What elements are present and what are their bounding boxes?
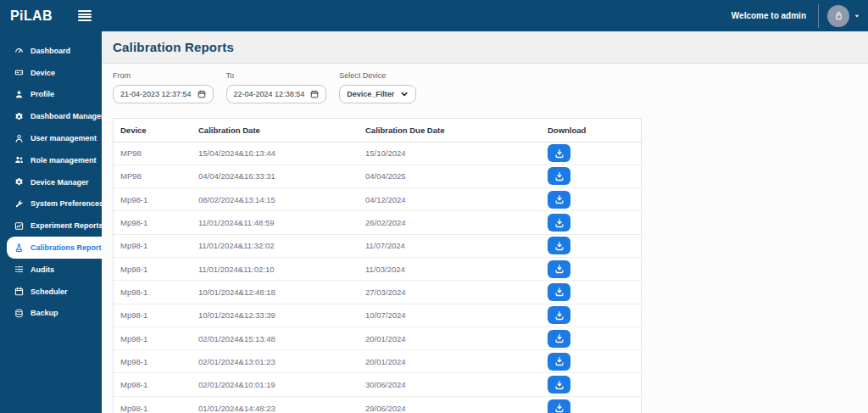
- download-button[interactable]: [548, 167, 570, 185]
- gear-icon: [14, 177, 24, 187]
- device-filter-select[interactable]: Device_Filter: [339, 85, 416, 103]
- calibration-date-cell: 10/01/2024&12:33:39: [198, 304, 365, 326]
- column-header-calibration-date: Calibration Date: [198, 119, 365, 142]
- hamburger-icon[interactable]: [78, 10, 92, 21]
- table-row: Mp98-1 08/02/2024&13:14:15 04/12/2024: [114, 188, 643, 211]
- table-row: Mp98-1 02/01/2024&10:01:19 30/06/2024: [114, 373, 643, 396]
- sidebar-item-role-management[interactable]: Role management: [0, 149, 102, 171]
- calibration-due-date-cell: 20/01/2024: [365, 326, 548, 349]
- sidebar-item-label: Experiment Reports: [31, 221, 103, 230]
- download-button[interactable]: [548, 376, 570, 393]
- sidebar-item-audits[interactable]: Audits: [0, 259, 102, 281]
- sidebar-item-scheduler[interactable]: Scheduler: [0, 281, 102, 303]
- table-row: MP98 04/04/2024&16:33:31 04/04/2025: [114, 165, 643, 187]
- calibration-date-cell: 15/04/2024&16:13:44: [198, 142, 365, 165]
- device-filter-value: Device_Filter: [347, 90, 394, 98]
- download-icon: [554, 194, 565, 204]
- sidebar-item-label: Dashboard Manager: [31, 112, 104, 120]
- device-cell: Mp98-1: [114, 396, 198, 413]
- download-button[interactable]: [548, 237, 570, 254]
- sidebar-item-label: Device: [31, 69, 55, 77]
- calendar-icon: [14, 287, 24, 296]
- table-row: Mp98-1 01/01/2024&14:48:23 29/06/2024: [114, 396, 643, 413]
- sidebar-item-calibrations-report[interactable]: Calibrations Report: [7, 237, 102, 259]
- calibration-due-date-cell: 15/10/2024: [365, 142, 548, 165]
- main-content: Calibration Reports From 21-04-2023 12:3…: [102, 31, 868, 413]
- calendar-icon[interactable]: [310, 90, 319, 98]
- table-row: Mp98-1 10/01/2024&12:48:18 27/03/2024: [114, 281, 643, 304]
- calibration-date-cell: 04/04/2024&16:33:31: [198, 165, 365, 187]
- download-button[interactable]: [548, 144, 570, 162]
- from-date-input[interactable]: 21-04-2023 12:37:54: [113, 85, 214, 103]
- sidebar: Dashboard Device Profile Dashboard Manag…: [0, 31, 102, 413]
- device-cell: Mp98-1: [114, 304, 198, 326]
- calibration-due-date-cell: 29/06/2024: [365, 396, 548, 413]
- column-header-download: Download: [548, 119, 643, 142]
- download-button[interactable]: [548, 283, 570, 301]
- download-button[interactable]: [548, 399, 570, 413]
- calibration-date-cell: 08/02/2024&13:14:15: [198, 188, 365, 211]
- sidebar-item-profile[interactable]: Profile: [0, 84, 102, 106]
- download-button[interactable]: [548, 214, 570, 232]
- calibration-due-date-cell: 10/07/2024: [365, 304, 548, 326]
- download-icon: [554, 264, 565, 274]
- calibration-date-cell: 02/01/2024&10:01:19: [198, 373, 365, 396]
- user-avatar[interactable]: [827, 5, 849, 27]
- device-cell: Mp98-1: [114, 234, 198, 257]
- sidebar-item-label: Profile: [31, 90, 54, 98]
- sidebar-item-user-management[interactable]: User management: [0, 127, 102, 149]
- chevron-down-icon: [400, 90, 409, 98]
- from-date-value: 21-04-2023 12:37:54: [120, 90, 192, 98]
- users-icon: [14, 155, 24, 165]
- download-icon: [554, 171, 565, 181]
- device-cell: Mp98-1: [114, 281, 198, 304]
- lock-icon: [833, 10, 844, 21]
- top-navbar: PiLAB Welcome to admin: [0, 0, 868, 31]
- sidebar-item-backup[interactable]: Backup: [0, 303, 102, 325]
- user-menu-caret[interactable]: [854, 13, 860, 20]
- table-row: Mp98-1 02/01/2024&13:01:23 20/01/2024: [114, 350, 643, 373]
- to-date-input[interactable]: 22-04-2024 12:38:54: [226, 85, 327, 103]
- calibration-due-date-cell: 04/12/2024: [365, 188, 548, 211]
- calibration-date-cell: 02/01/2024&13:01:23: [198, 350, 365, 373]
- database-icon: [14, 309, 24, 318]
- sidebar-item-dashboard[interactable]: Dashboard: [0, 40, 102, 62]
- calibration-reports-table: DeviceCalibration DateCalibration Due Da…: [113, 118, 642, 413]
- calibration-due-date-cell: 20/01/2024: [365, 350, 548, 373]
- sidebar-item-label: Dashboard: [31, 47, 70, 55]
- user-solid-icon: [14, 90, 24, 99]
- device-cell: Mp98-1: [114, 257, 198, 280]
- download-icon: [554, 287, 565, 297]
- download-button[interactable]: [548, 306, 570, 324]
- download-button[interactable]: [548, 330, 570, 348]
- device-cell: Mp98-1: [114, 188, 198, 211]
- sidebar-item-label: Scheduler: [31, 287, 68, 296]
- download-button[interactable]: [548, 353, 570, 371]
- sidebar-item-device[interactable]: Device: [0, 62, 102, 84]
- sidebar-item-experiment-reports[interactable]: Experiment Reports: [0, 215, 102, 237]
- table-row: Mp98-1 11/01/2024&11:32:02 11/07/2024: [114, 234, 643, 257]
- sidebar-item-label: Backup: [31, 309, 58, 317]
- table-header-row: DeviceCalibration DateCalibration Due Da…: [114, 119, 643, 142]
- gauge-icon: [14, 46, 24, 55]
- sidebar-item-label: Calibrations Report: [31, 243, 102, 252]
- download-button[interactable]: [548, 191, 570, 209]
- device-cell: Mp98-1: [114, 373, 198, 396]
- welcome-text: Welcome to admin: [732, 11, 806, 20]
- calendar-icon[interactable]: [198, 90, 206, 98]
- wrench-icon: [14, 199, 24, 209]
- calibration-due-date-cell: 27/03/2024: [365, 281, 548, 304]
- calibration-date-cell: 11/01/2024&11:32:02: [198, 234, 365, 257]
- page-title: Calibration Reports: [113, 40, 234, 54]
- column-header-calibration-due-date: Calibration Due Date: [365, 119, 548, 142]
- calibration-due-date-cell: 30/06/2024: [365, 373, 548, 396]
- sidebar-item-dashboard-manager[interactable]: Dashboard Manager: [0, 105, 102, 127]
- from-label: From: [113, 71, 214, 80]
- device-cell: MP98: [114, 142, 198, 165]
- download-icon: [554, 310, 565, 321]
- download-button[interactable]: [548, 260, 570, 278]
- table-row: Mp98-1 11/01/2024&11:48:59 26/02/2024: [114, 211, 643, 234]
- sidebar-item-device-manager[interactable]: Device Manager: [0, 171, 102, 193]
- calibration-date-cell: 01/01/2024&14:48:23: [198, 396, 365, 413]
- sidebar-item-system-preferences[interactable]: System Preferences: [0, 193, 102, 215]
